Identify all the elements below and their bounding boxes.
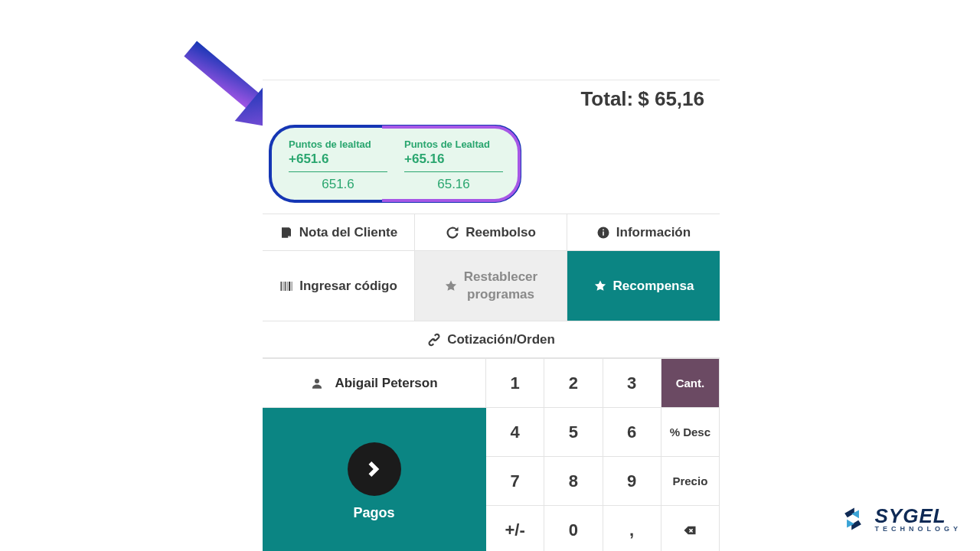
total-amount: $ 65,16 (638, 87, 704, 111)
backspace-icon (683, 523, 697, 537)
star-icon (593, 279, 607, 293)
loyalty-title: Puntos de Lealtad (404, 139, 503, 150)
loyalty-title: Puntos de lealtad (289, 139, 387, 150)
svg-rect-5 (281, 282, 283, 291)
svg-rect-8 (287, 282, 288, 291)
key-4[interactable]: 4 (486, 408, 544, 457)
key-qty[interactable]: Cant. (662, 359, 720, 408)
loyalty-points-callout: Puntos de lealtad +651.6 651.6 Puntos de… (269, 125, 521, 203)
key-9[interactable]: 9 (603, 457, 662, 506)
barcode-icon (279, 279, 293, 293)
refund-button[interactable]: Reembolso (415, 214, 567, 251)
customer-button[interactable]: Abigail Peterson (263, 359, 486, 408)
key-6[interactable]: 6 (603, 408, 662, 457)
brand-subtitle: TECHNOLOGY (874, 526, 962, 533)
loyalty-col-2: Puntos de Lealtad +65.16 65.16 (404, 139, 503, 192)
chevron-right-icon (348, 442, 401, 496)
info-button[interactable]: Información (567, 214, 720, 251)
key-2[interactable]: 2 (544, 359, 603, 408)
svg-rect-7 (285, 282, 286, 291)
svg-rect-4 (603, 229, 604, 230)
key-5[interactable]: 5 (544, 408, 603, 457)
loyalty-total: 65.16 (404, 172, 503, 192)
svg-rect-3 (603, 231, 604, 235)
link-icon (427, 333, 441, 347)
sygel-mark-icon (839, 505, 867, 533)
customer-name: Abigail Peterson (335, 376, 437, 391)
user-icon (310, 377, 324, 390)
loyalty-added: +65.16 (404, 152, 503, 172)
key-8[interactable]: 8 (544, 457, 603, 506)
svg-rect-0 (184, 41, 261, 111)
key-price[interactable]: Precio (662, 457, 720, 506)
key-decimal[interactable]: , (603, 506, 662, 551)
key-1[interactable]: 1 (486, 359, 544, 408)
undo-icon (446, 226, 459, 240)
svg-rect-10 (292, 282, 292, 291)
quotation-order-button[interactable]: Cotización/Orden (263, 321, 720, 358)
customer-note-button[interactable]: Nota del Cliente (263, 214, 415, 251)
key-sign[interactable]: +/- (486, 506, 544, 551)
reward-button[interactable]: Recompensa (567, 251, 720, 321)
payment-button[interactable]: Pagos (263, 408, 486, 551)
key-0[interactable]: 0 (544, 506, 603, 551)
brand-name: SYGEL (874, 506, 962, 526)
loyalty-added: +651.6 (289, 152, 387, 172)
svg-rect-9 (289, 282, 290, 291)
key-discount[interactable]: % Desc (662, 408, 720, 457)
loyalty-col-1: Puntos de lealtad +651.6 651.6 (289, 139, 387, 192)
total-label: Total: (580, 87, 633, 111)
key-backspace[interactable] (662, 506, 720, 551)
reset-programs-button[interactable]: Restablecerprogramas (415, 251, 567, 321)
order-total: Total: $ 65,16 (263, 80, 720, 117)
star-icon (444, 279, 458, 293)
numeric-keypad: 1 2 3 Cant. 4 5 6 % Desc 7 8 9 Precio +/… (486, 359, 720, 551)
sticky-note-icon (279, 226, 293, 240)
pos-panel: Total: $ 65,16 Puntos de lealtad +651.6 … (263, 80, 720, 551)
info-icon (596, 226, 610, 240)
enter-code-button[interactable]: Ingresar código (263, 251, 415, 321)
payment-label: Pagos (353, 505, 394, 521)
key-7[interactable]: 7 (486, 457, 544, 506)
svg-rect-6 (283, 282, 284, 291)
loyalty-total: 651.6 (289, 172, 387, 192)
svg-point-11 (315, 379, 319, 383)
brand-logo: SYGEL TECHNOLOGY (839, 505, 962, 533)
key-3[interactable]: 3 (603, 359, 662, 408)
